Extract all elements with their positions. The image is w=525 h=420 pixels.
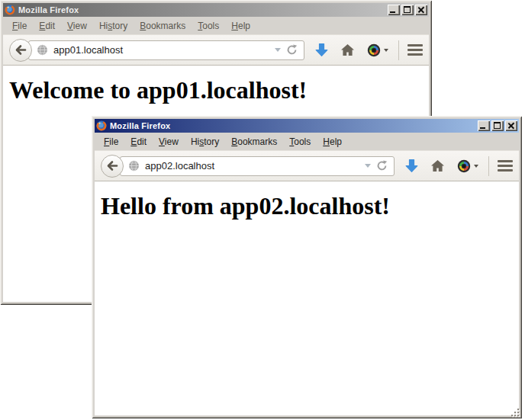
hamburger-bar	[407, 53, 423, 56]
page-heading: Hello from app02.localhost!	[101, 192, 519, 220]
home-icon	[340, 43, 355, 56]
chevron-down-icon	[384, 49, 388, 52]
hamburger-bar	[498, 165, 513, 167]
menu-tools[interactable]: Tools	[192, 19, 225, 33]
home-icon	[430, 159, 445, 172]
titlebar[interactable]: Mozilla Firefox	[3, 3, 429, 17]
navigation-toolbar: app01.localhost	[3, 34, 429, 66]
addon-colorwheel-icon	[367, 43, 381, 57]
toolbar-separator	[398, 40, 399, 60]
reload-icon	[376, 160, 388, 172]
chevron-down-icon	[474, 165, 478, 168]
close-button[interactable]	[505, 120, 517, 131]
download-arrow-icon	[405, 159, 418, 173]
minimize-button[interactable]	[388, 5, 400, 15]
hamburger-bar	[407, 44, 423, 46]
menu-help[interactable]: Help	[317, 135, 348, 149]
firefox-icon	[96, 120, 107, 131]
menu-bar: File Edit View History Bookmarks Tools H…	[95, 133, 519, 150]
reload-button[interactable]	[286, 44, 298, 56]
url-bar[interactable]: app02.localhost	[120, 156, 395, 176]
minimize-button[interactable]	[478, 120, 490, 131]
window-controls	[388, 5, 427, 15]
firefox-window-app02: Mozilla Firefox File Edit View History B…	[92, 116, 522, 418]
download-arrow-icon	[315, 43, 328, 57]
maximize-icon	[494, 122, 501, 129]
download-button[interactable]	[315, 43, 328, 57]
urlbar-dropdown-icon[interactable]	[275, 48, 281, 52]
window-title: Mozilla Firefox	[110, 121, 475, 130]
menu-file[interactable]: File	[98, 135, 124, 149]
addon-colorwheel-icon	[457, 159, 471, 173]
addon-button[interactable]	[367, 43, 388, 57]
hamburger-bar	[407, 49, 423, 51]
hamburger-menu-button[interactable]	[407, 44, 423, 56]
menu-edit[interactable]: Edit	[33, 19, 61, 33]
url-text[interactable]: app02.localhost	[145, 160, 359, 172]
urlbar-dropdown-icon[interactable]	[365, 164, 371, 168]
download-button[interactable]	[405, 159, 418, 173]
home-button[interactable]	[340, 43, 355, 56]
back-button[interactable]	[101, 155, 124, 178]
addon-button[interactable]	[457, 159, 478, 173]
page-heading: Welcome to app01.localhost!	[9, 76, 429, 104]
menu-bookmarks[interactable]: Bookmarks	[134, 19, 192, 33]
site-identity-globe-icon[interactable]	[128, 160, 140, 172]
menu-bookmarks[interactable]: Bookmarks	[225, 135, 283, 149]
url-bar[interactable]: app01.localhost	[28, 40, 304, 60]
back-arrow-icon	[106, 159, 119, 172]
hamburger-menu-button[interactable]	[498, 160, 513, 172]
window-controls	[478, 120, 517, 131]
menu-file[interactable]: File	[6, 19, 33, 33]
menu-history[interactable]: History	[93, 19, 134, 33]
menu-bar: File Edit View History Bookmarks Tools H…	[3, 17, 429, 34]
close-icon	[507, 122, 514, 129]
minimize-icon	[390, 11, 395, 13]
menu-history[interactable]: History	[185, 135, 225, 149]
menu-view[interactable]: View	[61, 19, 93, 33]
menu-help[interactable]: Help	[225, 19, 256, 33]
back-arrow-icon	[14, 43, 27, 56]
close-icon	[417, 6, 424, 13]
maximize-button[interactable]	[491, 120, 504, 131]
maximize-icon	[404, 6, 411, 13]
hamburger-bar	[498, 160, 513, 162]
hamburger-bar	[498, 169, 513, 172]
reload-button[interactable]	[376, 160, 388, 172]
menu-view[interactable]: View	[153, 135, 185, 149]
close-button[interactable]	[415, 5, 427, 15]
minimize-icon	[480, 127, 485, 129]
site-identity-globe-icon[interactable]	[37, 44, 48, 56]
page-content: Hello from app02.localhost!	[95, 181, 519, 415]
titlebar[interactable]: Mozilla Firefox	[95, 119, 519, 133]
resize-grip[interactable]	[511, 407, 520, 417]
firefox-icon	[5, 5, 15, 15]
window-title: Mozilla Firefox	[18, 5, 385, 14]
menu-tools[interactable]: Tools	[283, 135, 317, 149]
navigation-toolbar: app02.localhost	[95, 150, 519, 181]
menu-edit[interactable]: Edit	[124, 135, 153, 149]
toolbar-separator	[488, 156, 489, 176]
back-button[interactable]	[9, 39, 32, 62]
maximize-button[interactable]	[401, 5, 414, 15]
url-text[interactable]: app01.localhost	[53, 44, 269, 56]
reload-icon	[286, 44, 298, 56]
home-button[interactable]	[430, 159, 445, 172]
